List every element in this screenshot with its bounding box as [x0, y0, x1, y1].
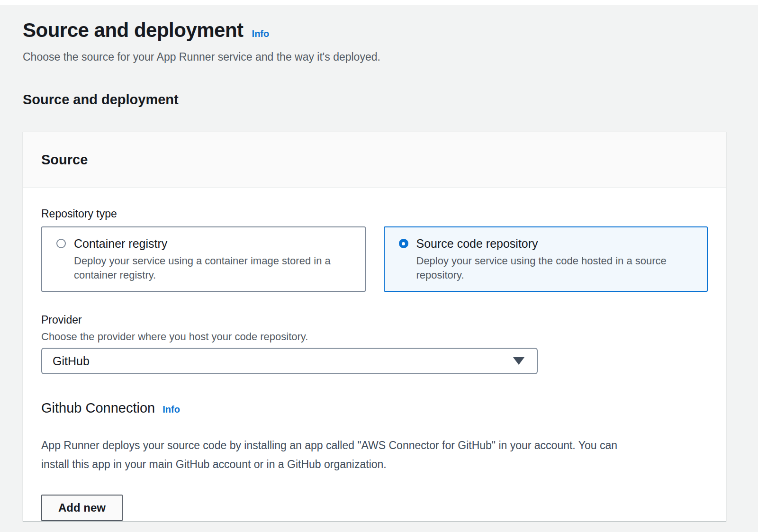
- page-subtitle: Choose the source for your App Runner se…: [23, 49, 726, 64]
- tile-source-code-repository-title: Source code repository: [416, 236, 696, 251]
- page-title: Source and deployment: [23, 19, 244, 42]
- provider-field: Provider Choose the provider where you h…: [41, 313, 708, 374]
- paragraph-line-1: App Runner deploys your source code by i…: [41, 436, 708, 455]
- top-white-strip: [0, 0, 758, 5]
- provider-select-value: GitHub: [53, 354, 90, 368]
- tile-source-code-repository[interactable]: Source code repository Deploy your servi…: [384, 226, 708, 292]
- github-connection-paragraph: App Runner deploys your source code by i…: [41, 436, 708, 474]
- provider-description: Choose the provider where you host your …: [41, 330, 708, 344]
- tile-source-code-repository-description: Deploy your service using the code hoste…: [416, 254, 696, 282]
- page-title-row: Source and deployment Info: [23, 19, 726, 42]
- section-heading: Source and deployment: [23, 91, 726, 108]
- tile-container-registry-title: Container registry: [74, 236, 353, 251]
- radio-unselected-icon[interactable]: [56, 239, 66, 248]
- tile-content: Container registry Deploy your service u…: [74, 236, 353, 282]
- source-panel: Source Repository type Container registr…: [23, 132, 726, 521]
- tile-container-registry[interactable]: Container registry Deploy your service u…: [41, 226, 366, 292]
- tile-container-registry-description: Deploy your service using a container im…: [74, 254, 353, 282]
- source-panel-title: Source: [41, 151, 708, 168]
- paragraph-line-2: install this app in your main GitHub acc…: [41, 455, 708, 474]
- source-panel-body: Repository type Container registry Deplo…: [23, 188, 726, 521]
- github-connection-heading: Github Connection: [41, 399, 155, 417]
- page-title-info-link[interactable]: Info: [252, 28, 270, 39]
- page-content: Source and deployment Info Choose the so…: [0, 19, 758, 521]
- source-panel-header: Source: [23, 132, 726, 188]
- repository-type-label: Repository type: [41, 207, 708, 221]
- chevron-down-icon: [513, 357, 524, 365]
- tile-content: Source code repository Deploy your servi…: [416, 236, 696, 282]
- provider-select[interactable]: GitHub: [41, 348, 538, 374]
- github-connection-heading-row: Github Connection Info: [41, 399, 708, 417]
- add-new-button[interactable]: Add new: [41, 495, 123, 521]
- repository-type-tiles: Container registry Deploy your service u…: [41, 226, 708, 292]
- provider-label: Provider: [41, 313, 708, 327]
- radio-selected-icon[interactable]: [399, 239, 408, 248]
- github-connection-info-link[interactable]: Info: [162, 404, 180, 415]
